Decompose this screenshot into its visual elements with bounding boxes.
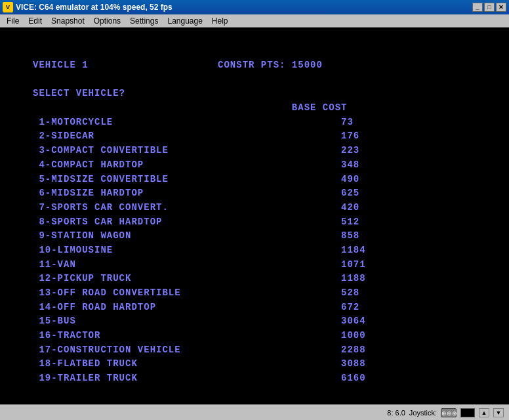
menu-edit[interactable]: Edit bbox=[24, 15, 46, 27]
maximize-button[interactable]: □ bbox=[484, 3, 495, 12]
menu-help[interactable]: Help bbox=[208, 15, 232, 27]
title-bar: V VICE: C64 emulator at 104% speed, 52 f… bbox=[0, 0, 509, 14]
menu-options[interactable]: Options bbox=[90, 15, 125, 27]
joystick-icon: ⊕⊕⊕ bbox=[441, 408, 457, 417]
menu-snapshot[interactable]: Snapshot bbox=[47, 15, 89, 27]
window-controls: _ □ ✕ bbox=[472, 3, 506, 12]
color-indicator bbox=[460, 408, 475, 417]
menu-bar: File Edit Snapshot Options Settings Lang… bbox=[0, 14, 509, 28]
menu-file[interactable]: File bbox=[3, 15, 23, 27]
nav-down-button[interactable]: ▼ bbox=[493, 408, 504, 417]
screen-content: VEHICLE 1 CONSTR PTS: 15000 SELECT VEHIC… bbox=[33, 58, 476, 386]
nav-up-button[interactable]: ▲ bbox=[479, 408, 489, 417]
menu-settings[interactable]: Settings bbox=[126, 15, 162, 27]
emulator-screen: VEHICLE 1 CONSTR PTS: 15000 SELECT VEHIC… bbox=[13, 45, 496, 387]
status-bar: 8: 6.0 Joystick: ⊕⊕⊕ ▲ ▼ bbox=[0, 404, 509, 420]
emulator-window: VEHICLE 1 CONSTR PTS: 15000 SELECT VEHIC… bbox=[0, 28, 509, 404]
minimize-button[interactable]: _ bbox=[472, 3, 483, 12]
app-icon: V bbox=[3, 2, 13, 12]
menu-language[interactable]: Language bbox=[163, 15, 206, 27]
joystick-label: Joystick: bbox=[409, 409, 437, 417]
title-bar-left: V VICE: C64 emulator at 104% speed, 52 f… bbox=[3, 2, 173, 12]
close-button[interactable]: ✕ bbox=[496, 3, 506, 12]
status-right: 8: 6.0 Joystick: ⊕⊕⊕ ▲ ▼ bbox=[387, 408, 504, 417]
version-text: 8: 6.0 bbox=[387, 409, 405, 417]
title-bar-text: VICE: C64 emulator at 104% speed, 52 fps bbox=[16, 3, 173, 12]
